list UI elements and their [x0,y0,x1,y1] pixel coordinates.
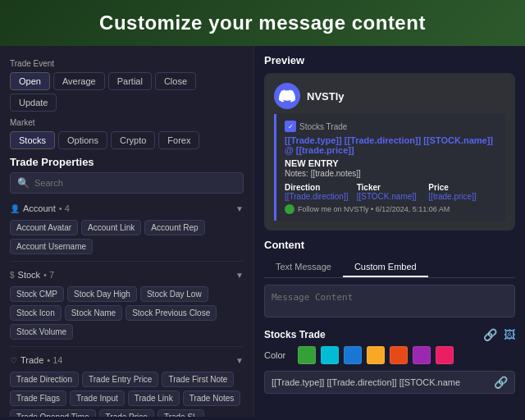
tag-stock-day-high[interactable]: Stock Day High [67,286,137,302]
bot-icon: ✓ [285,121,296,132]
tag-trade-price[interactable]: Trade Price [99,409,154,417]
tag-trade-sl[interactable]: Trade SL [158,409,204,417]
color-swatch-5[interactable] [413,346,431,364]
color-swatch-0[interactable] [298,346,316,364]
trade-title: Trade [21,355,43,365]
account-section: 👤 Account • 4 ▼ Account Avatar Account L… [10,200,244,256]
stock-chevron-icon: ▼ [235,271,244,280]
stocks-trade-title: Stocks Trade [264,329,326,340]
preview-label: Preview [264,54,515,66]
tab-close[interactable]: Close [155,72,196,90]
discord-preview: NVSTly ✓ Stocks Trade [[Trade.type]] [[T… [264,73,515,231]
tab-update[interactable]: Update [10,94,57,112]
tag-trade-direction[interactable]: Trade Direction [10,372,79,387]
color-swatch-6[interactable] [436,346,454,364]
tag-trade-notes[interactable]: Trade Notes [183,390,241,406]
tag-stock-cmp[interactable]: Stock CMP [10,286,64,302]
stocks-trade-icons: 🔗 🖼 [483,328,515,341]
stocks-trade-section: Stocks Trade 🔗 🖼 Color [264,328,515,394]
search-input[interactable] [34,178,236,188]
color-swatch-3[interactable] [367,346,385,364]
right-panel: Preview NVSTly ✓ Stocks Trade [[Trad [254,46,525,417]
market-label: Market [10,118,244,127]
tag-account-avatar[interactable]: Account Avatar [10,220,78,235]
discord-username: NVSTly [307,90,345,103]
message-content-input[interactable] [264,285,515,317]
trade-section: ♡ Trade • 14 ▼ Trade Direction Trade Ent… [10,352,244,417]
tab-stocks[interactable]: Stocks [10,131,55,149]
account-chevron-icon: ▼ [235,204,244,213]
tab-custom-embed[interactable]: Custom Embed [343,258,428,277]
tab-options[interactable]: Options [58,131,107,149]
app-container: Customize your message content Trade Eve… [0,0,525,417]
color-row: Color [264,346,515,364]
image-icon[interactable]: 🖼 [504,328,515,341]
embed-new-entry: NEW ENTRY [285,158,497,168]
tag-trade-input[interactable]: Trade Input [70,390,125,406]
account-section-header[interactable]: 👤 Account • 4 ▼ [10,200,244,217]
trade-chevron-icon: ▼ [235,356,244,365]
tab-partial[interactable]: Partial [108,72,152,90]
discord-embed: ✓ Stocks Trade [[Trade.type]] [[Trade.di… [274,114,505,221]
template-row: [[Trade.type]] [[Trade.direction]] [[STO… [264,371,515,394]
tab-forex[interactable]: Forex [158,131,199,149]
template-link-icon[interactable]: 🔗 [494,376,508,389]
tab-average[interactable]: Average [53,72,105,90]
embed-notes: Notes: [[trade.notes]] [285,169,497,178]
tag-stock-icon[interactable]: Stock Icon [10,305,62,321]
trade-properties-title: Trade Properties [10,156,244,168]
field-direction-value: [[Trade.direction]] [285,192,354,201]
field-ticker: Ticker [[STOCK.name]] [357,183,426,201]
field-direction-label: Direction [285,183,354,192]
content-tabs: Text Message Custom Embed [264,258,515,278]
color-swatch-4[interactable] [390,346,408,364]
embed-footer: Follow me on NVSTly • 6/12/2024, 5:11:06… [285,204,497,214]
tag-trade-first-note[interactable]: Trade First Note [162,372,234,387]
tab-crypto[interactable]: Crypto [111,131,155,149]
tag-stock-day-low[interactable]: Stock Day Low [140,286,208,302]
stock-count: • 7 [43,270,54,280]
tag-trade-link[interactable]: Trade Link [128,390,180,406]
search-icon: 🔍 [17,177,30,189]
trade-event-tabs: Open Average Partial Close Update [10,72,244,112]
trade-icon: ♡ [10,356,17,365]
embed-app-name: Stocks Trade [299,122,347,131]
trade-count: • 14 [47,355,62,365]
tag-account-username[interactable]: Account Username [10,239,93,254]
tag-stock-volume[interactable]: Stock Volume [10,324,73,340]
color-swatch-2[interactable] [344,346,362,364]
tag-stock-name[interactable]: Stock Name [65,305,122,321]
stock-section-header[interactable]: $ Stock • 7 ▼ [10,267,244,283]
footer-brand-icon [285,204,294,214]
trade-section-header[interactable]: ♡ Trade • 14 ▼ [10,352,244,368]
left-panel: Trade Event Open Average Partial Close U… [0,46,254,417]
content-label: Content [264,239,515,251]
account-tags: Account Avatar Account Link Account Rep … [10,217,244,256]
discord-header: NVSTly [274,83,505,109]
field-ticker-value: [[STOCK.name]] [357,192,426,201]
market-tabs: Stocks Options Crypto Forex [10,131,244,149]
tag-trade-flags[interactable]: Trade Flags [10,390,66,406]
tab-open[interactable]: Open [10,72,50,90]
trade-event-label: Trade Event [10,59,244,68]
stock-icon: $ [10,271,15,280]
tag-stock-prev-close[interactable]: Stock Previous Close [126,305,217,321]
tab-text-message[interactable]: Text Message [264,258,343,277]
stock-tags: Stock CMP Stock Day High Stock Day Low S… [10,283,244,341]
color-swatch-1[interactable] [321,346,339,364]
tag-account-rep[interactable]: Account Rep [144,220,204,235]
field-price-label: Price [428,183,497,192]
stock-section: $ Stock • 7 ▼ Stock CMP Stock Day High S… [10,267,244,341]
embed-template-text: [[Trade.type]] [[Trade.direction]] [[STO… [285,135,497,155]
tag-trade-entry-price[interactable]: Trade Entry Price [82,372,158,387]
tag-account-link[interactable]: Account Link [81,220,141,235]
account-title: Account [23,203,56,213]
field-ticker-label: Ticker [357,183,426,192]
link-icon[interactable]: 🔗 [483,328,497,341]
account-count: • 4 [59,203,70,213]
search-box: 🔍 [10,172,244,194]
content-section: Content Text Message Custom Embed [264,239,515,320]
tag-trade-opened-time[interactable]: Trade Opened Time [10,409,96,417]
avatar [274,83,300,109]
stock-title: Stock [18,270,41,280]
